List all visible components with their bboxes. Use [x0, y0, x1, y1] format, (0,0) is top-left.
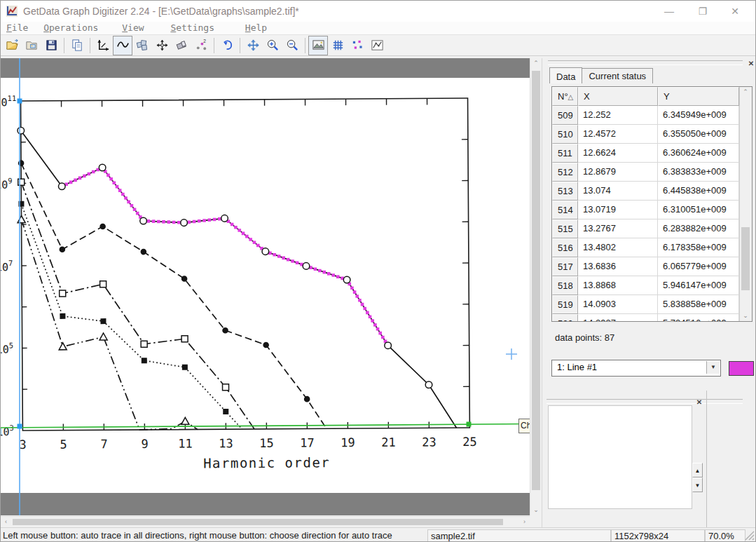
- row-number-cell[interactable]: 516: [552, 238, 578, 257]
- auto-trace-lines-button[interactable]: [113, 36, 132, 55]
- value-cell[interactable]: 13.4802: [578, 238, 658, 257]
- maximize-button[interactable]: ❐: [687, 1, 719, 22]
- horizontal-scroll-thumb[interactable]: [13, 519, 503, 525]
- show-grid-button[interactable]: [328, 36, 348, 55]
- status-message: Left mouse button: auto trace in all dir…: [3, 529, 423, 541]
- close-button[interactable]: ✕: [719, 1, 751, 22]
- table-scroll-thumb[interactable]: [741, 227, 750, 290]
- auto-trace-grid-button[interactable]: [132, 36, 152, 55]
- value-cell[interactable]: 12.6624: [578, 144, 658, 163]
- resize-grip-icon[interactable]: [745, 531, 755, 541]
- line-color-swatch[interactable]: [729, 361, 754, 376]
- row-number-cell[interactable]: 513: [552, 182, 578, 201]
- spin-up-icon[interactable]: ▲: [692, 463, 703, 477]
- eraser-button[interactable]: [172, 36, 191, 55]
- table-scrollbar[interactable]: ⌃⌄: [739, 87, 752, 321]
- lower-pane-list[interactable]: [548, 405, 692, 509]
- trace-point: [353, 290, 357, 294]
- menu-settings[interactable]: Settings: [166, 22, 219, 34]
- menu-view[interactable]: View: [118, 22, 148, 34]
- table-scroll-down-icon[interactable]: ⌄: [740, 311, 751, 321]
- value-cell[interactable]: 14.0903: [578, 295, 658, 314]
- x-axis-handle[interactable]: [467, 422, 472, 427]
- value-cell[interactable]: 6.445838e+009: [658, 182, 739, 201]
- value-cell[interactable]: 13.074: [578, 182, 658, 201]
- pane-grip[interactable]: [548, 60, 743, 65]
- row-number-cell[interactable]: 519: [552, 295, 578, 314]
- show-image-button[interactable]: [308, 36, 328, 55]
- show-lines-button[interactable]: [367, 36, 387, 55]
- value-cell[interactable]: 13.0719: [578, 201, 658, 219]
- menu-operations[interactable]: Operations: [39, 22, 102, 34]
- chevron-down-icon[interactable]: ▼: [706, 361, 720, 374]
- row-number-cell[interactable]: 518: [552, 276, 578, 295]
- vertical-scrollbar[interactable]: ⌃ ⌄: [530, 58, 542, 515]
- lower-pane-close-icon[interactable]: ✕: [695, 398, 703, 407]
- value-cell[interactable]: 12.252: [578, 106, 658, 125]
- marker-open-square: [18, 179, 25, 185]
- reorder-points-button[interactable]: 2: [191, 36, 211, 55]
- value-cell[interactable]: 14.2937: [578, 314, 658, 322]
- value-cell[interactable]: 13.6836: [578, 257, 658, 276]
- value-cell[interactable]: 5.946147e+009: [658, 276, 739, 295]
- column-header[interactable]: X: [578, 87, 658, 106]
- undo-button[interactable]: [217, 36, 237, 55]
- open-image-button[interactable]: [22, 36, 41, 55]
- y-axis-handle-top[interactable]: [18, 99, 22, 104]
- value-cell[interactable]: 5.724516e+009: [658, 314, 739, 322]
- column-header[interactable]: N°△: [552, 87, 578, 106]
- value-cell[interactable]: 6.360624e+009: [658, 144, 739, 163]
- set-scale-axes-button[interactable]: [93, 36, 113, 55]
- move-point-button[interactable]: [152, 36, 172, 55]
- spin-down-icon[interactable]: ▼: [692, 477, 703, 492]
- scroll-right-icon[interactable]: ›: [519, 517, 530, 527]
- menu-file[interactable]: File: [2, 22, 32, 34]
- row-number-cell[interactable]: 512: [552, 163, 578, 182]
- value-cell[interactable]: 5.838858e+009: [658, 295, 739, 314]
- lower-pane-grip[interactable]: [547, 399, 743, 404]
- pane-close-icon[interactable]: ✕: [747, 60, 755, 68]
- value-cell[interactable]: 6.310051e+009: [658, 201, 739, 219]
- minimize-button[interactable]: —: [653, 1, 685, 22]
- row-number-cell[interactable]: 509: [552, 106, 578, 125]
- data-table[interactable]: N°△XY50912.2526.345949e+00951012.45726.3…: [551, 86, 752, 322]
- value-cell[interactable]: 13.8868: [578, 276, 658, 295]
- value-cell[interactable]: 6.283882e+009: [658, 219, 739, 238]
- row-number-cell[interactable]: 517: [552, 257, 578, 276]
- x-axis-overlay-line[interactable]: [1, 424, 530, 428]
- table-scroll-up-icon[interactable]: ⌃: [740, 87, 751, 97]
- zoom-in-button[interactable]: [263, 36, 282, 55]
- scroll-down-icon[interactable]: ⌄: [530, 505, 542, 515]
- value-cell[interactable]: 13.2767: [578, 219, 658, 238]
- value-cell[interactable]: 6.383833e+009: [658, 163, 739, 182]
- show-points-button[interactable]: [348, 36, 367, 55]
- row-number-cell[interactable]: 510: [552, 125, 578, 144]
- graph-canvas[interactable]: 357911131517192123251011109107105103Harm…: [1, 58, 530, 515]
- line-selector[interactable]: 1: Line #1 ▼: [551, 360, 721, 377]
- pan-button[interactable]: [243, 36, 263, 55]
- row-number-cell[interactable]: 515: [552, 219, 578, 238]
- zoom-out-button[interactable]: [282, 36, 302, 55]
- row-number-cell[interactable]: 511: [552, 144, 578, 163]
- value-cell[interactable]: 6.065779e+009: [658, 257, 739, 276]
- copy-button[interactable]: [67, 36, 87, 55]
- row-number-cell[interactable]: 514: [552, 201, 578, 219]
- column-header[interactable]: Y: [658, 87, 739, 106]
- value-cell[interactable]: 6.178358e+009: [658, 238, 739, 257]
- horizontal-scrollbar[interactable]: ‹ ›: [1, 516, 530, 527]
- value-cell[interactable]: 6.355050e+009: [658, 125, 739, 144]
- open-project-button[interactable]: [2, 36, 22, 55]
- value-cell[interactable]: 12.4572: [578, 125, 658, 144]
- row-number-cell[interactable]: 520: [552, 314, 578, 322]
- scroll-up-icon[interactable]: ⌃: [530, 58, 542, 69]
- save-button[interactable]: [41, 36, 61, 55]
- scroll-left-icon[interactable]: ‹: [1, 517, 11, 527]
- y-axis-handle-bottom[interactable]: [18, 424, 22, 429]
- value-cell[interactable]: 6.345949e+009: [658, 106, 739, 125]
- value-cell[interactable]: 12.8679: [578, 163, 658, 182]
- menu-help[interactable]: Help: [241, 22, 271, 34]
- tab-data[interactable]: Data: [549, 67, 582, 83]
- tab-current-status[interactable]: Current status: [582, 68, 653, 83]
- vertical-scroll-thumb[interactable]: [532, 71, 540, 490]
- title-bar[interactable]: GetData Graph Digitizer 2.24 - [E:\GetDa…: [1, 1, 755, 22]
